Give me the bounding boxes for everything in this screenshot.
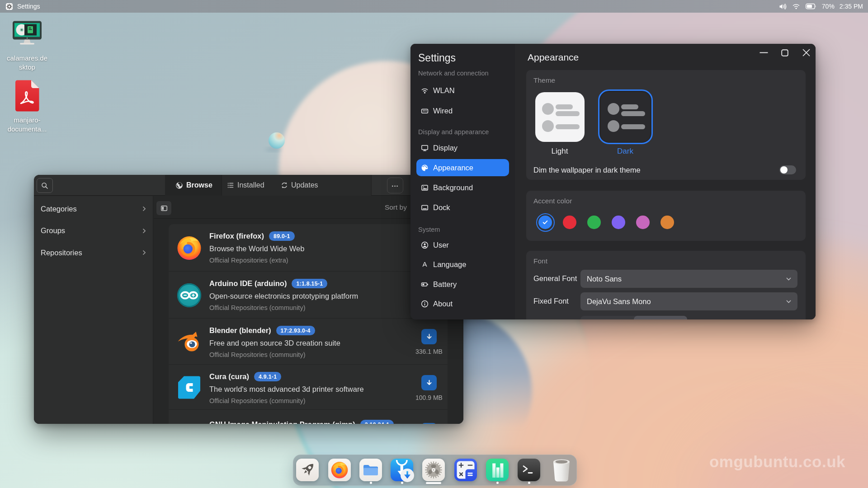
sidebar-item-wlan[interactable]: WLAN	[416, 82, 509, 99]
sidebar-item-user[interactable]: User	[416, 236, 509, 253]
app-row-cura[interactable]: Cura (cura)4.9.1-1 The world's most adva…	[169, 365, 448, 410]
sidebar-item-about[interactable]: About	[416, 295, 509, 312]
settings-window: Settings Network and connection WLAN Wir…	[410, 44, 816, 319]
accent-red[interactable]	[563, 216, 576, 229]
launcher-rocket-icon	[296, 459, 319, 481]
sidebar-item-repositories[interactable]: Repositories	[34, 242, 153, 263]
app-name: Firefox (firefox)	[209, 232, 264, 240]
minimize-button[interactable]	[760, 52, 768, 53]
theme-light-label: Light	[533, 147, 587, 156]
dock-item-files[interactable]	[359, 459, 382, 481]
accent-purple[interactable]	[612, 216, 625, 229]
sidebar-item-dock[interactable]: Dock	[416, 199, 509, 216]
wifi-icon	[421, 87, 429, 94]
dock-item-manjaro-software[interactable]	[486, 459, 509, 481]
section-display: Display and appearance	[418, 128, 489, 136]
tab-updates[interactable]: Updates	[281, 175, 330, 196]
tab-browse[interactable]: Browse	[165, 175, 222, 196]
dim-wallpaper-toggle[interactable]	[779, 165, 796, 174]
sidebar-item-battery[interactable]: Battery	[416, 276, 509, 293]
firefox-app-icon	[176, 235, 202, 261]
tab-installed[interactable]: Installed	[227, 175, 277, 196]
accent-blue[interactable]	[538, 216, 552, 229]
running-indicator-terminal	[528, 482, 530, 484]
trash-icon	[552, 458, 571, 483]
dock-item-app-store[interactable]	[391, 459, 413, 481]
desktop-icon-manjaro-pdf[interactable]: manjaro- documenta...	[2, 80, 52, 133]
browse-globe-icon	[175, 182, 183, 189]
search-button[interactable]	[37, 178, 53, 193]
sidebar-item-display[interactable]: Display	[416, 139, 509, 156]
app-row-gimp[interactable]: GNU Image Manipulation Program (gimp)2.1…	[169, 410, 448, 424]
maximize-button[interactable]	[781, 49, 788, 56]
close-button[interactable]	[802, 49, 810, 56]
version-badge: 4.9.1-1	[254, 372, 281, 381]
dock-item-trash[interactable]	[550, 459, 573, 481]
volume-icon[interactable]	[779, 3, 787, 10]
sidebar-item-language[interactable]: A Language	[416, 256, 509, 273]
desktop-icon-label: calamares.de sktop	[2, 54, 52, 71]
app-row-arduino[interactable]: Arduino IDE (arduino)1:1.8.15-1 Open-sou…	[169, 272, 448, 319]
display-icon	[421, 144, 429, 152]
dock-item-calculator[interactable]	[454, 459, 477, 481]
app-store-icon	[391, 459, 417, 485]
dim-wallpaper-label: Dim the wallpaper in dark theme	[533, 166, 641, 174]
font-size-segment[interactable]	[580, 316, 687, 319]
dock-item-firefox[interactable]	[328, 459, 351, 481]
app-row-firefox[interactable]: Firefox (firefox)89.0-1 Browse the World…	[169, 224, 448, 272]
toggle-sidebar-button[interactable]	[156, 201, 171, 215]
tab-updates-label: Updates	[291, 181, 318, 189]
sidebar-item-appearance[interactable]: Appearance	[416, 159, 509, 176]
version-badge: 89.0-1	[269, 231, 295, 241]
theme-option-dark[interactable]	[598, 89, 653, 144]
terminal-icon	[518, 459, 540, 481]
theme-label: Theme	[533, 76, 555, 84]
app-summary: Browse the World Wide Web	[209, 244, 304, 253]
chevron-right-icon	[141, 249, 148, 256]
blender-app-icon	[176, 329, 202, 355]
sidebar-item-groups[interactable]: Groups	[34, 220, 153, 242]
accent-green[interactable]	[587, 216, 601, 229]
fixed-font-select[interactable]: DejaVu Sans Mono	[580, 292, 797, 310]
app-name: Cura (cura)	[209, 372, 249, 381]
install-button[interactable]	[421, 329, 437, 344]
accent-pink[interactable]	[636, 216, 650, 229]
sidebar-item-wired[interactable]: Wired	[416, 102, 509, 119]
app-row-blender[interactable]: Blender (blender)17:2.93.0-4 Free and op…	[169, 319, 448, 365]
accent-orange[interactable]	[660, 216, 674, 229]
active-app-icon[interactable]	[6, 3, 13, 10]
sidebar-item-background[interactable]: Background	[416, 179, 509, 196]
section-network: Network and connection	[418, 70, 489, 77]
dock-icon	[421, 204, 429, 211]
app-repo: Official Repositories (community)	[209, 397, 305, 404]
app-name: Arduino IDE (arduino)	[209, 279, 287, 288]
app-repo: Official Repositories (extra)	[209, 257, 288, 264]
app-repo: Official Repositories (community)	[209, 304, 305, 311]
theme-option-light[interactable]	[535, 92, 585, 142]
running-indicator-manjaro	[496, 482, 499, 484]
theme-dark-label: Dark	[598, 147, 652, 156]
user-icon	[421, 241, 429, 249]
battery-icon[interactable]	[806, 3, 816, 9]
menu-dots: ...	[392, 180, 399, 188]
active-app-name: Settings	[17, 0, 40, 13]
clock[interactable]: 2:35 PM	[840, 0, 863, 13]
general-font-select[interactable]: Noto Sans	[580, 270, 797, 288]
updates-refresh-icon	[281, 182, 288, 189]
wifi-icon[interactable]	[792, 3, 800, 9]
font-card: Font General Font Noto Sans Fixed Font D…	[526, 251, 806, 319]
menu-button[interactable]: ...	[387, 178, 403, 193]
battery-icon	[421, 281, 429, 288]
install-button[interactable]	[421, 375, 437, 390]
install-button[interactable]	[421, 423, 437, 424]
app-name: GNU Image Manipulation Program (gimp)	[209, 420, 355, 424]
dock-item-terminal[interactable]	[518, 459, 540, 481]
fixed-font-label: Fixed Font	[533, 297, 569, 305]
dock-item-settings[interactable]	[422, 459, 445, 481]
desktop-icon-calamares[interactable]: calamares.de sktop	[2, 21, 52, 71]
arduino-app-icon	[176, 282, 202, 308]
sidebar-item-categories[interactable]: Categories	[34, 198, 153, 220]
sort-by-label[interactable]: Sort by	[385, 196, 407, 219]
dock-item-launcher[interactable]	[296, 459, 319, 481]
pane-title: Appearance	[528, 52, 579, 63]
